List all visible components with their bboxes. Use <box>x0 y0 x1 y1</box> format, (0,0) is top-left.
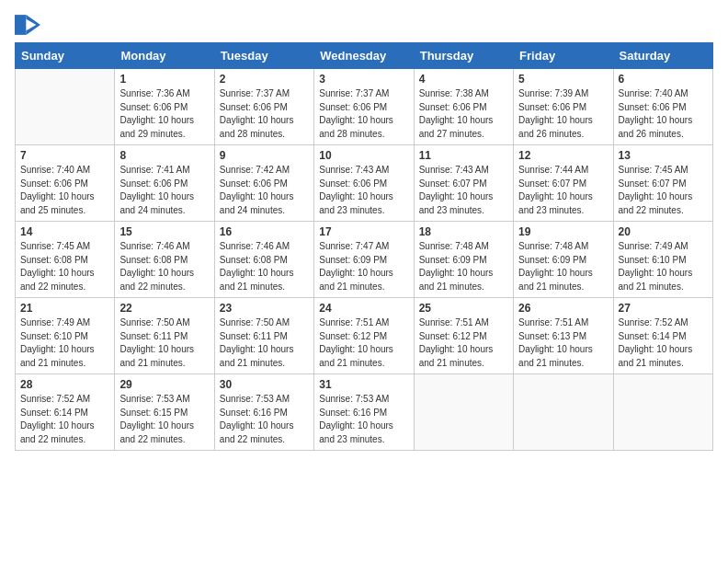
calendar-day-cell: 22Sunrise: 7:50 AMSunset: 6:11 PMDayligh… <box>115 298 214 374</box>
calendar-day-cell: 2Sunrise: 7:37 AMSunset: 6:06 PMDaylight… <box>214 69 313 145</box>
day-info: Sunrise: 7:49 AMSunset: 6:10 PMDaylight:… <box>619 240 708 293</box>
day-number: 2 <box>220 73 309 86</box>
calendar-day-cell <box>414 374 513 451</box>
calendar-day-cell: 6Sunrise: 7:40 AMSunset: 6:06 PMDaylight… <box>613 69 712 145</box>
calendar-day-cell: 12Sunrise: 7:44 AMSunset: 6:07 PMDayligh… <box>514 145 613 222</box>
calendar-day-cell: 4Sunrise: 7:38 AMSunset: 6:06 PMDaylight… <box>414 69 513 145</box>
day-info: Sunrise: 7:39 AMSunset: 6:06 PMDaylight:… <box>518 87 608 141</box>
logo <box>15 15 44 35</box>
day-number: 27 <box>619 302 708 315</box>
calendar-day-cell: 9Sunrise: 7:42 AMSunset: 6:06 PMDaylight… <box>214 145 313 222</box>
calendar-day-cell: 20Sunrise: 7:49 AMSunset: 6:10 PMDayligh… <box>613 222 712 298</box>
calendar-day-cell: 16Sunrise: 7:46 AMSunset: 6:08 PMDayligh… <box>214 222 313 298</box>
day-info: Sunrise: 7:46 AMSunset: 6:08 PMDaylight:… <box>220 240 309 293</box>
day-info: Sunrise: 7:43 AMSunset: 6:06 PMDaylight:… <box>319 164 408 217</box>
day-number: 3 <box>319 73 408 86</box>
calendar-day-cell <box>613 374 712 451</box>
day-number: 9 <box>220 149 309 162</box>
day-info: Sunrise: 7:50 AMSunset: 6:11 PMDaylight:… <box>220 316 309 370</box>
day-number: 19 <box>518 225 608 238</box>
day-of-week-header: Wednesday <box>314 43 414 69</box>
calendar-day-cell: 8Sunrise: 7:41 AMSunset: 6:06 PMDaylight… <box>115 145 214 222</box>
day-number: 20 <box>619 225 708 238</box>
day-of-week-header: Friday <box>514 43 613 69</box>
day-of-week-header: Thursday <box>414 43 513 69</box>
day-number: 5 <box>518 73 608 86</box>
day-info: Sunrise: 7:51 AMSunset: 6:12 PMDaylight:… <box>419 316 508 370</box>
calendar-day-cell <box>514 374 613 451</box>
day-number: 28 <box>20 378 109 391</box>
day-number: 13 <box>619 149 708 162</box>
day-number: 26 <box>518 302 608 315</box>
calendar-week-row: 21Sunrise: 7:49 AMSunset: 6:10 PMDayligh… <box>16 298 713 374</box>
calendar-table: SundayMondayTuesdayWednesdayThursdayFrid… <box>15 42 713 451</box>
calendar-day-cell: 28Sunrise: 7:52 AMSunset: 6:14 PMDayligh… <box>16 374 115 451</box>
day-info: Sunrise: 7:43 AMSunset: 6:07 PMDaylight:… <box>419 164 508 217</box>
day-number: 11 <box>419 149 508 162</box>
day-number: 10 <box>319 149 408 162</box>
day-number: 29 <box>119 378 209 391</box>
day-info: Sunrise: 7:47 AMSunset: 6:09 PMDaylight:… <box>319 240 408 293</box>
day-info: Sunrise: 7:38 AMSunset: 6:06 PMDaylight:… <box>419 87 508 141</box>
day-info: Sunrise: 7:48 AMSunset: 6:09 PMDaylight:… <box>518 240 608 293</box>
calendar-day-cell: 13Sunrise: 7:45 AMSunset: 6:07 PMDayligh… <box>613 145 712 222</box>
calendar-day-cell: 3Sunrise: 7:37 AMSunset: 6:06 PMDaylight… <box>314 69 414 145</box>
logo-icon <box>15 15 40 35</box>
calendar-day-cell: 7Sunrise: 7:40 AMSunset: 6:06 PMDaylight… <box>16 145 115 222</box>
day-info: Sunrise: 7:48 AMSunset: 6:09 PMDaylight:… <box>419 240 508 293</box>
day-info: Sunrise: 7:51 AMSunset: 6:12 PMDaylight:… <box>319 316 408 370</box>
day-number: 7 <box>20 149 109 162</box>
day-info: Sunrise: 7:36 AMSunset: 6:06 PMDaylight:… <box>119 87 209 141</box>
day-number: 8 <box>119 149 209 162</box>
day-info: Sunrise: 7:46 AMSunset: 6:08 PMDaylight:… <box>119 240 209 293</box>
calendar-day-cell: 19Sunrise: 7:48 AMSunset: 6:09 PMDayligh… <box>514 222 613 298</box>
calendar-week-row: 14Sunrise: 7:45 AMSunset: 6:08 PMDayligh… <box>16 222 713 298</box>
day-info: Sunrise: 7:41 AMSunset: 6:06 PMDaylight:… <box>119 164 209 217</box>
day-of-week-header: Tuesday <box>214 43 313 69</box>
day-number: 24 <box>319 302 408 315</box>
calendar-day-cell: 1Sunrise: 7:36 AMSunset: 6:06 PMDaylight… <box>115 69 214 145</box>
calendar-day-cell: 21Sunrise: 7:49 AMSunset: 6:10 PMDayligh… <box>16 298 115 374</box>
day-of-week-header: Saturday <box>613 43 712 69</box>
day-info: Sunrise: 7:53 AMSunset: 6:16 PMDaylight:… <box>220 393 309 446</box>
calendar-day-cell: 18Sunrise: 7:48 AMSunset: 6:09 PMDayligh… <box>414 222 513 298</box>
calendar-week-row: 1Sunrise: 7:36 AMSunset: 6:06 PMDaylight… <box>16 69 713 145</box>
day-info: Sunrise: 7:44 AMSunset: 6:07 PMDaylight:… <box>518 164 608 217</box>
day-number: 21 <box>20 302 109 315</box>
page-header <box>15 15 713 35</box>
day-info: Sunrise: 7:37 AMSunset: 6:06 PMDaylight:… <box>319 87 408 141</box>
calendar-day-cell: 14Sunrise: 7:45 AMSunset: 6:08 PMDayligh… <box>16 222 115 298</box>
calendar-day-cell: 24Sunrise: 7:51 AMSunset: 6:12 PMDayligh… <box>314 298 414 374</box>
svg-rect-0 <box>15 15 26 35</box>
day-info: Sunrise: 7:40 AMSunset: 6:06 PMDaylight:… <box>20 164 109 217</box>
day-info: Sunrise: 7:45 AMSunset: 6:07 PMDaylight:… <box>619 164 708 217</box>
calendar-day-cell: 10Sunrise: 7:43 AMSunset: 6:06 PMDayligh… <box>314 145 414 222</box>
calendar-week-row: 7Sunrise: 7:40 AMSunset: 6:06 PMDaylight… <box>16 145 713 222</box>
day-of-week-header: Monday <box>115 43 214 69</box>
day-info: Sunrise: 7:50 AMSunset: 6:11 PMDaylight:… <box>119 316 209 370</box>
calendar-header-row: SundayMondayTuesdayWednesdayThursdayFrid… <box>16 43 713 69</box>
calendar-week-row: 28Sunrise: 7:52 AMSunset: 6:14 PMDayligh… <box>16 374 713 451</box>
day-number: 12 <box>518 149 608 162</box>
day-info: Sunrise: 7:52 AMSunset: 6:14 PMDaylight:… <box>20 393 109 446</box>
calendar-day-cell: 30Sunrise: 7:53 AMSunset: 6:16 PMDayligh… <box>214 374 313 451</box>
day-number: 18 <box>419 225 508 238</box>
day-info: Sunrise: 7:53 AMSunset: 6:15 PMDaylight:… <box>119 393 209 446</box>
day-number: 25 <box>419 302 508 315</box>
day-number: 6 <box>619 73 708 86</box>
day-info: Sunrise: 7:42 AMSunset: 6:06 PMDaylight:… <box>220 164 309 217</box>
day-number: 14 <box>20 225 109 238</box>
day-number: 31 <box>319 378 408 391</box>
calendar-day-cell: 17Sunrise: 7:47 AMSunset: 6:09 PMDayligh… <box>314 222 414 298</box>
calendar-day-cell: 5Sunrise: 7:39 AMSunset: 6:06 PMDaylight… <box>514 69 613 145</box>
day-info: Sunrise: 7:40 AMSunset: 6:06 PMDaylight:… <box>619 87 708 141</box>
day-info: Sunrise: 7:49 AMSunset: 6:10 PMDaylight:… <box>20 316 109 370</box>
day-number: 30 <box>220 378 309 391</box>
day-info: Sunrise: 7:37 AMSunset: 6:06 PMDaylight:… <box>220 87 309 141</box>
day-number: 4 <box>419 73 508 86</box>
calendar-day-cell: 31Sunrise: 7:53 AMSunset: 6:16 PMDayligh… <box>314 374 414 451</box>
day-number: 23 <box>220 302 309 315</box>
day-number: 17 <box>319 225 408 238</box>
calendar-day-cell: 11Sunrise: 7:43 AMSunset: 6:07 PMDayligh… <box>414 145 513 222</box>
day-number: 15 <box>119 225 209 238</box>
